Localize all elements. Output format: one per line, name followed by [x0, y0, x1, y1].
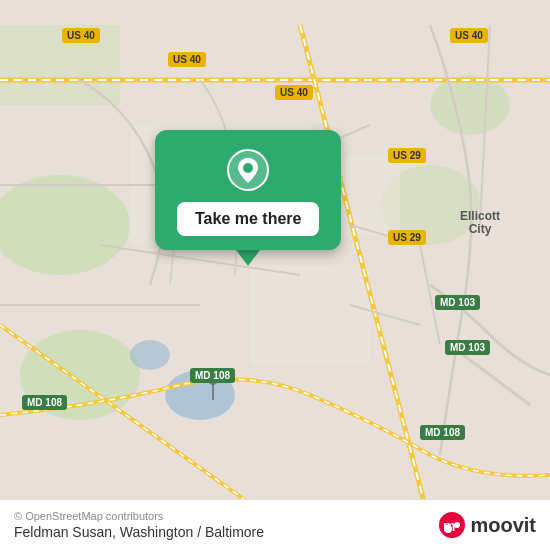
- callout-box: Take me there: [155, 130, 341, 250]
- svg-point-35: [243, 163, 253, 173]
- svg-text:City: City: [469, 222, 492, 236]
- shield-us40-tl: US 40: [62, 28, 100, 43]
- location-pin-icon: [226, 148, 270, 192]
- shield-us40-tr: US 40: [450, 28, 488, 43]
- shield-md108-l: MD 108: [22, 395, 67, 410]
- shield-us29-r1: US 29: [388, 148, 426, 163]
- moovit-logo: m moovit: [438, 511, 536, 539]
- shield-md108-c: MD 108: [190, 368, 235, 383]
- copyright-text: © OpenStreetMap contributors: [14, 510, 264, 522]
- svg-text:Ellicott: Ellicott: [460, 209, 500, 223]
- shield-md103-2: MD 103: [445, 340, 490, 355]
- shield-us40-tc: US 40: [168, 52, 206, 67]
- location-name: Feldman Susan, Washington / Baltimore: [14, 524, 264, 540]
- callout-tail: [236, 250, 260, 266]
- shield-us40-center: US 40: [275, 85, 313, 100]
- shield-md108-r: MD 108: [420, 425, 465, 440]
- map-container: Ellicott City US 40 US 40 US 40 US 40 US…: [0, 0, 550, 550]
- moovit-text: moovit: [470, 514, 536, 537]
- location-info: © OpenStreetMap contributors Feldman Sus…: [14, 510, 264, 540]
- svg-rect-8: [250, 265, 370, 365]
- svg-point-3: [130, 340, 170, 370]
- svg-point-0: [0, 175, 130, 275]
- take-me-there-button[interactable]: Take me there: [177, 202, 319, 236]
- svg-point-4: [430, 75, 510, 135]
- moovit-icon: m: [438, 511, 466, 539]
- svg-text:m: m: [443, 518, 455, 534]
- bottom-bar: © OpenStreetMap contributors Feldman Sus…: [0, 499, 550, 550]
- shield-us29-r2: US 29: [388, 230, 426, 245]
- svg-rect-5: [0, 25, 120, 105]
- callout-popup: Take me there: [155, 130, 341, 266]
- shield-md103-1: MD 103: [435, 295, 480, 310]
- map-roads: Ellicott City: [0, 0, 550, 550]
